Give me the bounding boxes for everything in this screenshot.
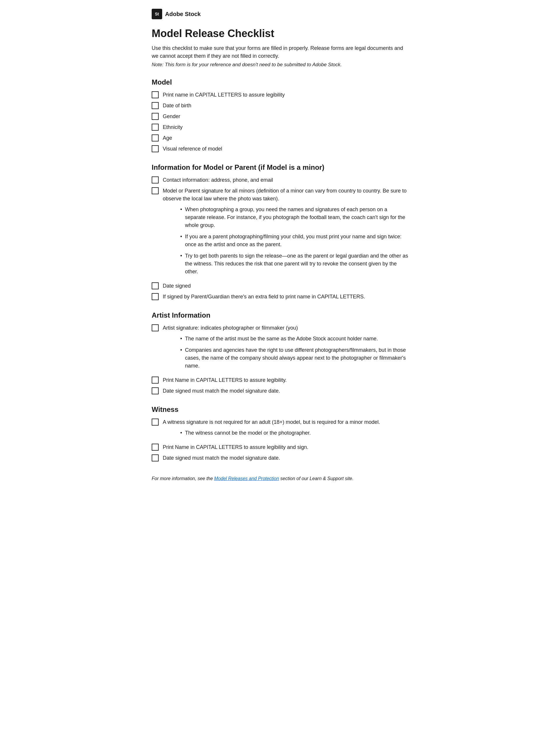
item-label: Print name in CAPITAL LETTERS to assure … xyxy=(163,91,408,99)
list-item: Gender xyxy=(152,113,408,120)
item-label: Model or Parent signature for all minors… xyxy=(163,188,407,202)
bullet-item: When photographing a group, you need the… xyxy=(180,206,408,229)
checkbox-model-2[interactable] xyxy=(152,102,159,109)
list-item: Visual reference of model xyxy=(152,145,408,153)
list-item: Print Name in CAPITAL LETTERS to assure … xyxy=(152,376,408,384)
bullet-item: Try to get both parents to sign the rele… xyxy=(180,252,408,276)
checkbox-model-6[interactable] xyxy=(152,145,159,152)
list-item: Age xyxy=(152,134,408,142)
checkbox-model-4[interactable] xyxy=(152,124,159,131)
item-label: Ethnicity xyxy=(163,123,408,131)
list-item: Print Name in CAPITAL LETTERS to assure … xyxy=(152,443,408,451)
item-label: Print Name in CAPITAL LETTERS to assure … xyxy=(163,376,408,384)
brand-name: Adobe Stock xyxy=(165,11,201,18)
page-header: St Adobe Stock xyxy=(152,9,408,19)
bullet-list: The name of the artist must be the same … xyxy=(180,335,408,370)
list-item: Print name in CAPITAL LETTERS to assure … xyxy=(152,91,408,99)
checkbox-artist-2[interactable] xyxy=(152,377,159,384)
checkbox-info-3[interactable] xyxy=(152,282,159,289)
intro-main: Use this checklist to make sure that you… xyxy=(152,44,408,60)
item-label: Gender xyxy=(163,113,408,120)
item-label: Artist signature: indicates photographer… xyxy=(163,325,298,331)
list-item: Model or Parent signature for all minors… xyxy=(152,187,408,279)
item-label: Date of birth xyxy=(163,102,408,110)
intro-note: Note: This form is for your reference an… xyxy=(152,62,408,68)
item-label: Visual reference of model xyxy=(163,145,408,153)
item-label: Contact information: address, phone, and… xyxy=(163,176,408,184)
item-label: Print Name in CAPITAL LETTERS to assure … xyxy=(163,443,408,451)
item-label: Date signed xyxy=(163,282,408,290)
checkbox-witness-2[interactable] xyxy=(152,444,159,451)
item-label: Date signed must match the model signatu… xyxy=(163,387,408,395)
bullet-list: The witness cannot be the model or the p… xyxy=(180,429,408,437)
section-information: Information for Model or Parent (if Mode… xyxy=(152,163,408,301)
section-artist: Artist Information Artist signature: ind… xyxy=(152,311,408,395)
section-information-heading: Information for Model or Parent (if Mode… xyxy=(152,163,408,172)
list-item: Artist signature: indicates photographer… xyxy=(152,324,408,373)
adobe-logo: St xyxy=(152,9,162,19)
bullet-item: If you are a parent photographing/filmin… xyxy=(180,233,408,249)
footer-text: For more information, see the Model Rele… xyxy=(152,476,408,481)
checkbox-model-1[interactable] xyxy=(152,91,159,98)
bullet-item: The name of the artist must be the same … xyxy=(180,335,408,343)
item-label: Age xyxy=(163,134,408,142)
section-witness-heading: Witness xyxy=(152,405,408,414)
bullet-item: The witness cannot be the model or the p… xyxy=(180,429,408,437)
bullet-list: When photographing a group, you need the… xyxy=(180,206,408,276)
checkbox-model-5[interactable] xyxy=(152,134,159,141)
list-item: A witness signature is not required for … xyxy=(152,418,408,440)
footer-link[interactable]: Model Releases and Protection xyxy=(214,476,279,481)
checkbox-info-4[interactable] xyxy=(152,293,159,300)
section-model: Model Print name in CAPITAL LETTERS to a… xyxy=(152,78,408,153)
list-item: Date of birth xyxy=(152,102,408,110)
page-title: Model Release Checklist xyxy=(152,27,408,40)
checkbox-witness-1[interactable] xyxy=(152,419,159,426)
checkbox-info-2[interactable] xyxy=(152,187,159,194)
list-item: Contact information: address, phone, and… xyxy=(152,176,408,184)
list-item: Ethnicity xyxy=(152,123,408,131)
item-label: A witness signature is not required for … xyxy=(163,419,380,425)
item-label: If signed by Parent/Guardian there's an … xyxy=(163,293,408,301)
checkbox-witness-3[interactable] xyxy=(152,454,159,461)
list-item: Date signed must match the model signatu… xyxy=(152,454,408,462)
item-label: Date signed must match the model signatu… xyxy=(163,454,408,462)
list-item: Date signed must match the model signatu… xyxy=(152,387,408,395)
checkbox-artist-3[interactable] xyxy=(152,387,159,394)
checkbox-artist-1[interactable] xyxy=(152,324,159,331)
list-item: Date signed xyxy=(152,282,408,290)
section-artist-heading: Artist Information xyxy=(152,311,408,319)
checkbox-info-1[interactable] xyxy=(152,176,159,183)
section-witness: Witness A witness signature is not requi… xyxy=(152,405,408,462)
list-item: If signed by Parent/Guardian there's an … xyxy=(152,293,408,301)
checkbox-model-3[interactable] xyxy=(152,113,159,120)
section-model-heading: Model xyxy=(152,78,408,86)
bullet-item: Companies and agencies have the right to… xyxy=(180,346,408,370)
